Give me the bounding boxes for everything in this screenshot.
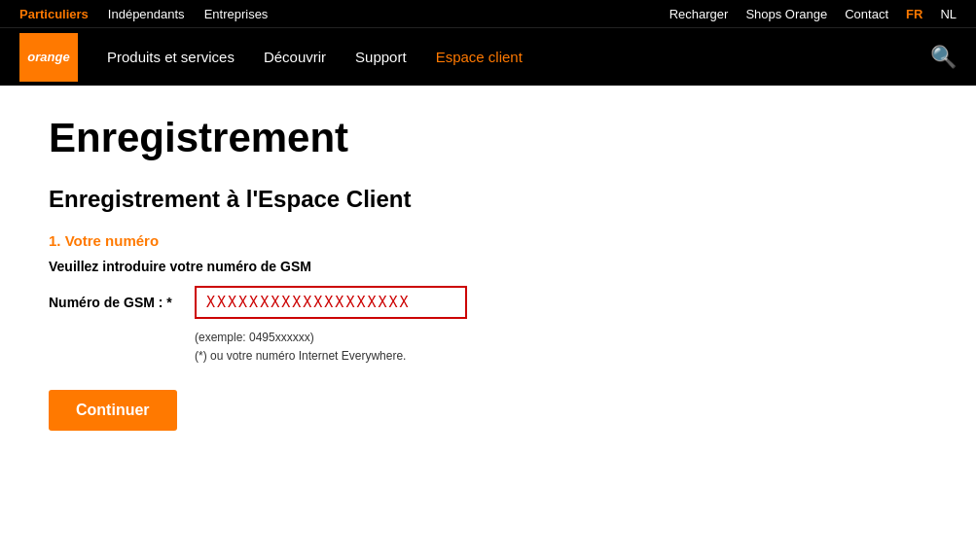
logo-text: orange [27, 50, 69, 64]
top-nav-particuliers[interactable]: Particuliers [19, 7, 89, 21]
top-nav-shops-orange[interactable]: Shops Orange [745, 7, 827, 21]
top-bar-right: Recharger Shops Orange Contact FR NL [669, 7, 957, 21]
step-label: 1. Votre numéro [49, 232, 827, 249]
main-nav-links: Produits et services Découvrir Support E… [107, 49, 930, 65]
top-nav-recharger[interactable]: Recharger [669, 7, 729, 21]
page-title: Enregistrement [49, 115, 827, 161]
logo[interactable]: orange [19, 33, 78, 82]
hint-line1: (exemple: 0495xxxxxx) [195, 329, 827, 347]
nav-support[interactable]: Support [355, 49, 407, 65]
gsm-label: Numéro de GSM : * [49, 295, 185, 310]
hint-text: (exemple: 0495xxxxxx) (*) ou votre numér… [195, 329, 827, 366]
gsm-input[interactable] [195, 286, 467, 319]
page-content: Enregistrement Enregistrement à l'Espace… [0, 86, 876, 479]
top-nav-contact[interactable]: Contact [845, 7, 888, 21]
nav-produits[interactable]: Produits et services [107, 49, 235, 65]
top-nav-independants[interactable]: Indépendants [108, 7, 185, 21]
continue-button[interactable]: Continuer [49, 390, 177, 431]
instruction-text: Veuillez introduire votre numéro de GSM [49, 259, 827, 274]
top-nav-entreprises[interactable]: Entreprises [204, 7, 269, 21]
top-bar-left: Particuliers Indépendants Entreprises [19, 7, 268, 21]
lang-nl[interactable]: NL [940, 7, 957, 21]
top-bar: Particuliers Indépendants Entreprises Re… [0, 0, 976, 27]
lang-fr[interactable]: FR [906, 7, 922, 21]
section-title: Enregistrement à l'Espace Client [49, 186, 827, 213]
nav-espace-client[interactable]: Espace client [436, 49, 523, 65]
gsm-form-row: Numéro de GSM : * [49, 286, 827, 319]
nav-decouvrir[interactable]: Découvrir [264, 49, 326, 65]
search-icon[interactable]: 🔍 [930, 45, 957, 70]
hint-line2: (*) ou votre numéro Internet Everywhere. [195, 347, 827, 366]
main-nav: orange Produits et services Découvrir Su… [0, 27, 976, 86]
